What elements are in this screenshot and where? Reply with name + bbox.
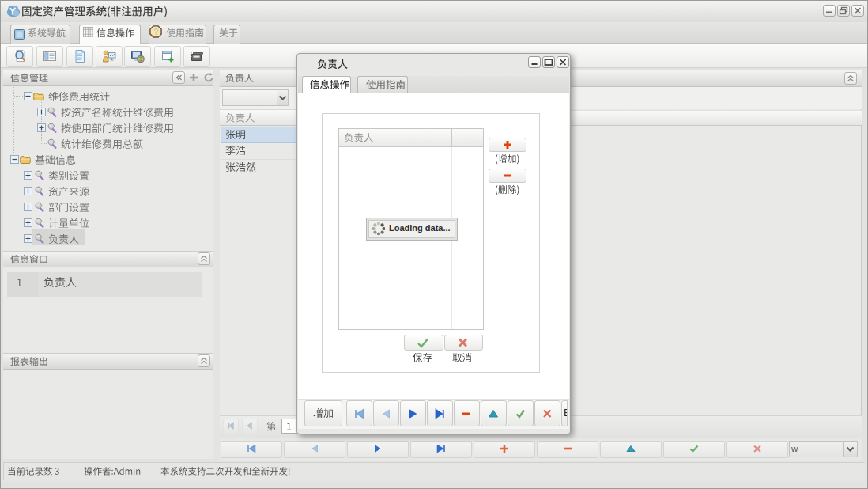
svg-text:?: ? — [153, 27, 159, 36]
